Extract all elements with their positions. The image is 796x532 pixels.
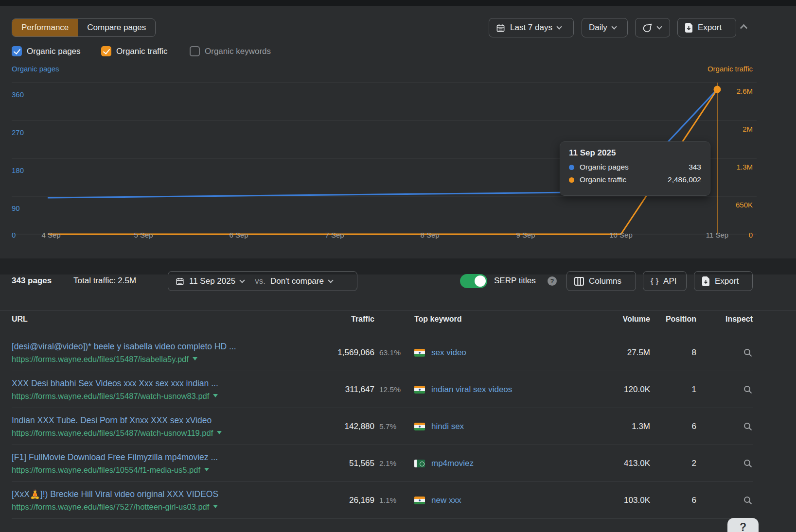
url-expand-caret-icon[interactable] <box>217 431 222 434</box>
page-url[interactable]: https://forms.wayne.edu/files/15487/isab… <box>12 353 333 365</box>
url-text: https://forms.wayne.edu/files/15487/watc… <box>12 427 213 439</box>
traffic-percent: 12.5% <box>374 385 403 394</box>
performance-panel: Performance Compare pages Last 7 days Da… <box>0 6 796 258</box>
checkbox-organic-keywords[interactable] <box>190 46 200 56</box>
keyword-link[interactable]: hindi sex <box>431 422 464 431</box>
position-value: 8 <box>650 348 696 358</box>
compare-mode-label[interactable]: Don't compare <box>270 276 324 286</box>
page-title-link[interactable]: [F1] FullMovie Download Free Filmyzilla … <box>12 451 333 463</box>
col-header-inspect[interactable]: Inspect <box>696 315 753 324</box>
country-flag-icon <box>414 386 425 394</box>
url-expand-caret-icon[interactable] <box>204 468 209 471</box>
keyword-link[interactable]: mp4moviez <box>431 459 474 468</box>
granularity-label: Daily <box>589 23 607 33</box>
collapse-chart-icon[interactable] <box>740 24 748 32</box>
granularity-button[interactable]: Daily <box>582 18 628 37</box>
tooltip-row-organic-pages: Organic pages 343 <box>569 163 701 172</box>
api-button[interactable]: { } API <box>643 271 687 291</box>
total-traffic: Total traffic: 2.5M <box>73 276 136 286</box>
calendar-icon <box>176 277 184 286</box>
toggle-organic-pages[interactable]: Organic pages <box>12 46 81 56</box>
toggle-organic-traffic[interactable]: Organic traffic <box>101 46 168 56</box>
y-tick-left: 360 <box>12 90 24 99</box>
toggle-knob <box>475 275 486 287</box>
page-title-link[interactable]: [XxX🧘]!) Breckie Hill Viral video origin… <box>12 488 333 500</box>
serp-titles-toggle[interactable] <box>460 274 487 288</box>
page-title-link[interactable]: XXX Desi bhabhi Sex Videos xxx Xxx sex x… <box>12 377 333 390</box>
traffic-value: 311,647 <box>333 385 374 395</box>
tooltip-row-organic-traffic: Organic traffic 2,486,002 <box>569 175 701 184</box>
url-expand-caret-icon[interactable] <box>213 505 218 508</box>
inspect-button[interactable] <box>696 496 753 505</box>
inspect-button[interactable] <box>696 348 753 358</box>
checkbox-organic-pages[interactable] <box>12 46 22 56</box>
col-header-url[interactable]: URL <box>12 315 333 324</box>
country-flag-icon <box>414 497 425 504</box>
inspect-button[interactable] <box>696 385 753 395</box>
calendar-icon <box>496 23 505 33</box>
col-header-position[interactable]: Position <box>650 315 696 324</box>
tooltip-series-label: Organic traffic <box>580 175 626 184</box>
pages-count: 343 pages <box>12 276 52 286</box>
y-tick-left: 270 <box>12 128 24 137</box>
volume-value: 120.0K <box>619 385 650 395</box>
page-title-link[interactable]: [desi@viral@video])* beele y isabella vi… <box>12 340 333 353</box>
export-file-icon <box>702 276 710 286</box>
page-url[interactable]: https://forms.wayne.edu/files/10554/f1-m… <box>12 463 333 476</box>
y-tick-left: 180 <box>12 166 24 174</box>
volume-value: 27.5M <box>619 348 650 358</box>
table-date-compare-control[interactable]: 11 Sep 2025 vs. Don't compare <box>168 271 357 291</box>
keyword-link[interactable]: new xxx <box>431 496 461 505</box>
url-expand-caret-icon[interactable] <box>213 394 218 397</box>
date-range-button[interactable]: Last 7 days <box>489 18 574 37</box>
divider <box>0 310 796 311</box>
serp-titles-label: SERP titles <box>494 276 536 286</box>
traffic-value: 142,880 <box>333 422 374 431</box>
checkbox-label: Organic keywords <box>205 47 271 56</box>
keyword-link[interactable]: indian viral sex videos <box>431 385 512 395</box>
table-date-label: 11 Sep 2025 <box>189 276 235 286</box>
page-url[interactable]: https://forms.wayne.edu/files/15487/watc… <box>12 390 333 402</box>
vs-label: vs. <box>255 276 265 286</box>
url-text: https://forms.wayne.edu/files/7527/hotte… <box>12 500 209 513</box>
inspect-button[interactable] <box>696 459 753 468</box>
url-expand-caret-icon[interactable] <box>193 357 197 360</box>
tab-performance[interactable]: Performance <box>12 19 78 36</box>
tab-compare-pages[interactable]: Compare pages <box>78 19 155 36</box>
checkbox-organic-traffic[interactable] <box>101 46 111 56</box>
columns-icon <box>574 277 584 286</box>
page-title-link[interactable]: Indian XXX Tube. Desi Porn bf Xnxx XXX s… <box>12 414 333 427</box>
traffic-value: 26,169 <box>333 496 374 505</box>
position-value: 6 <box>650 422 696 431</box>
volume-value: 1.3M <box>619 422 650 431</box>
y-tick-right: 2.6M <box>737 87 753 95</box>
comments-button[interactable] <box>635 18 670 37</box>
traffic-percent: 5.7% <box>374 422 403 431</box>
export-file-icon <box>685 23 693 33</box>
col-header-top-keyword[interactable]: Top keyword <box>403 315 619 324</box>
url-text: https://forms.wayne.edu/files/15487/isab… <box>12 353 189 365</box>
col-header-volume[interactable]: Volume <box>619 315 650 324</box>
traffic-value: 1,569,066 <box>333 348 374 358</box>
url-text: https://forms.wayne.edu/files/15487/watc… <box>12 390 209 402</box>
toggle-organic-keywords[interactable]: Organic keywords <box>190 46 271 56</box>
chevron-down-icon <box>240 277 245 283</box>
columns-button[interactable]: Columns <box>566 271 636 291</box>
right-axis-title: Organic traffic <box>708 65 753 73</box>
country-flag-icon <box>414 423 425 430</box>
table-row: [F1] FullMovie Download Free Filmyzilla … <box>12 445 753 482</box>
col-header-traffic[interactable]: Traffic <box>333 315 374 324</box>
checkbox-label: Organic traffic <box>116 47 168 56</box>
table-export-button[interactable]: Export <box>694 271 753 291</box>
page-url[interactable]: https://forms.wayne.edu/files/7527/hotte… <box>12 500 333 513</box>
page-url[interactable]: https://forms.wayne.edu/files/15487/watc… <box>12 427 333 439</box>
x-tick: 5 Sep <box>134 231 153 239</box>
keyword-link[interactable]: sex video <box>431 348 466 358</box>
table-row: Indian XXX Tube. Desi Porn bf Xnxx XXX s… <box>12 408 753 445</box>
api-label: API <box>663 276 676 286</box>
inspect-button[interactable] <box>696 422 753 431</box>
chart-export-button[interactable]: Export <box>677 18 736 37</box>
columns-label: Columns <box>589 276 621 286</box>
help-bubble[interactable]: ? <box>727 518 759 532</box>
help-icon[interactable]: ? <box>548 276 557 286</box>
